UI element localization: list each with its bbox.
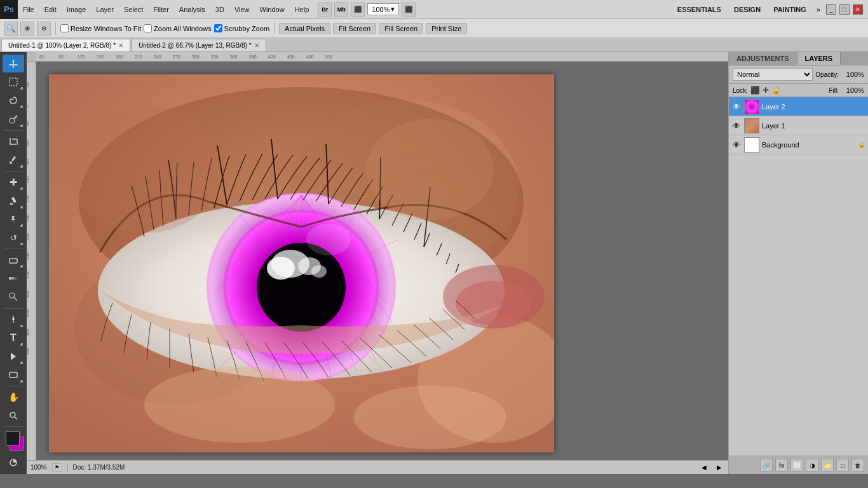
path-select-tool[interactable] bbox=[3, 348, 24, 365]
svg-point-2 bbox=[10, 118, 15, 123]
lasso-tool[interactable] bbox=[3, 92, 24, 109]
delete-layer-btn[interactable]: 🗑 bbox=[851, 459, 864, 471]
brush-tool[interactable] bbox=[3, 192, 24, 210]
doc-tab-2-close[interactable]: ✕ bbox=[254, 42, 259, 49]
doc-tab-2[interactable]: Untitled-2 @ 66.7% (Layer 13, RGB/8) * ✕ bbox=[132, 39, 266, 51]
eyedropper-tool[interactable] bbox=[3, 151, 24, 169]
status-scroll-right[interactable]: ▶ bbox=[714, 463, 724, 473]
zoom-in-icon[interactable]: ⊕ bbox=[20, 22, 34, 36]
svg-text:60: 60 bbox=[39, 55, 44, 59]
zoom-all-checkbox[interactable]: Zoom All Windows bbox=[144, 24, 211, 32]
canvas-scroll[interactable] bbox=[36, 62, 728, 460]
menu-view[interactable]: View bbox=[229, 0, 255, 19]
minimize-btn[interactable]: _ bbox=[826, 4, 836, 15]
eye-image-svg bbox=[49, 74, 554, 452]
gradient-tool[interactable] bbox=[3, 269, 24, 287]
pen-tool[interactable] bbox=[3, 310, 24, 328]
text-tool[interactable]: T bbox=[3, 329, 24, 347]
background-lock-icon: 🔒 bbox=[858, 141, 865, 148]
layer-row-background[interactable]: 👁 Background 🔒 bbox=[729, 135, 868, 154]
tool-sep-6 bbox=[4, 426, 23, 427]
menu-filter[interactable]: Filter bbox=[148, 0, 173, 19]
clone-arrow bbox=[20, 224, 23, 227]
menu-layer[interactable]: Layer bbox=[91, 0, 119, 19]
shape-tool[interactable] bbox=[3, 366, 24, 384]
status-scroll-left[interactable]: ◀ bbox=[699, 463, 709, 473]
svg-text:300: 300 bbox=[27, 290, 30, 298]
zoom-all-input[interactable] bbox=[144, 24, 152, 32]
move-tool[interactable] bbox=[3, 55, 24, 72]
svg-text:270: 270 bbox=[27, 271, 30, 279]
svg-text:120: 120 bbox=[78, 55, 85, 59]
essentials-btn[interactable]: ESSENTIALS bbox=[672, 4, 726, 15]
zoom-indicator[interactable]: 100% ▾ bbox=[367, 3, 399, 15]
lock-all-icon[interactable]: 🔒 bbox=[771, 86, 781, 95]
layer-row-layer2[interactable]: 👁 Layer 2 bbox=[729, 97, 868, 116]
new-layer-btn[interactable]: □ bbox=[836, 459, 849, 471]
new-group-btn[interactable]: 📁 bbox=[821, 459, 834, 471]
history-brush-tool[interactable]: ↺ bbox=[3, 229, 24, 247]
lock-move-icon[interactable]: ✛ bbox=[763, 86, 769, 95]
zoom-tool-icon[interactable]: 🔍 bbox=[4, 22, 18, 36]
healing-tool[interactable]: ✚ bbox=[3, 173, 24, 191]
add-style-btn[interactable]: fx bbox=[775, 459, 788, 471]
actual-pixels-btn[interactable]: Actual Pixels bbox=[279, 23, 330, 34]
zoom-tool[interactable] bbox=[3, 407, 24, 424]
menu-analysis[interactable]: Analysis bbox=[174, 0, 210, 19]
fit-screen-btn[interactable]: Fit Screen bbox=[333, 23, 376, 34]
panel-tabs: ADJUSTMENTS LAYERS bbox=[729, 52, 868, 65]
menu-select[interactable]: Select bbox=[119, 0, 149, 19]
resize-windows-checkbox[interactable]: Resize Windows To Fit bbox=[60, 24, 141, 32]
layer1-thumb-image bbox=[745, 119, 759, 133]
link-layers-btn[interactable]: 🔗 bbox=[760, 459, 773, 471]
foreground-color[interactable] bbox=[6, 431, 20, 445]
eraser-tool[interactable] bbox=[3, 251, 24, 269]
maximize-btn[interactable]: □ bbox=[839, 4, 850, 15]
layer-row-layer1[interactable]: 👁 Layer 1 bbox=[729, 116, 868, 135]
print-size-btn[interactable]: Print Size bbox=[426, 23, 467, 34]
menu-help[interactable]: Help bbox=[290, 0, 315, 19]
new-adjustment-btn[interactable]: ◑ bbox=[806, 459, 818, 471]
clone-stamp-tool[interactable]: 🖈 bbox=[3, 210, 24, 228]
doc-tab-1[interactable]: Untitled-1 @ 100% (Layer 2, RGB/8) * ✕ bbox=[1, 39, 130, 51]
menu-3d[interactable]: 3D bbox=[210, 0, 229, 19]
add-mask-btn[interactable]: ⬜ bbox=[790, 459, 803, 471]
adjustments-tab[interactable]: ADJUSTMENTS bbox=[729, 52, 797, 65]
lock-pixels-icon[interactable]: ⬛ bbox=[750, 86, 760, 95]
fill-screen-btn[interactable]: Fill Screen bbox=[379, 23, 423, 34]
extras-icon[interactable]: ⬛ bbox=[402, 3, 416, 17]
mini-bridge-icon[interactable]: Mb bbox=[334, 3, 348, 17]
quick-select-tool[interactable] bbox=[3, 110, 24, 128]
hand-tool[interactable]: ✋ bbox=[3, 388, 24, 406]
layer2-visibility-icon[interactable]: 👁 bbox=[731, 102, 742, 112]
more-workspaces-icon[interactable]: » bbox=[814, 6, 823, 13]
quick-mask-tool[interactable] bbox=[3, 454, 24, 471]
menu-bar: Ps File Edit Image Layer Select Filter A… bbox=[0, 0, 868, 19]
zoom-out-icon[interactable]: ⊖ bbox=[37, 22, 51, 36]
painting-btn[interactable]: PAINTING bbox=[768, 4, 811, 15]
crop-tool[interactable] bbox=[3, 132, 24, 150]
menu-image[interactable]: Image bbox=[62, 0, 92, 19]
bridge-icon[interactable]: Br bbox=[318, 3, 332, 17]
marquee-tool[interactable] bbox=[3, 73, 24, 91]
menu-file[interactable]: File bbox=[18, 0, 39, 19]
svg-text:90: 90 bbox=[58, 55, 64, 59]
layers-tab[interactable]: LAYERS bbox=[797, 52, 841, 65]
background-visibility-icon[interactable]: 👁 bbox=[731, 140, 742, 150]
status-warning-icon[interactable]: ⚑ bbox=[52, 463, 62, 472]
layer1-visibility-icon[interactable]: 👁 bbox=[731, 121, 742, 131]
menu-edit[interactable]: Edit bbox=[39, 0, 62, 19]
design-btn[interactable]: DESIGN bbox=[729, 4, 766, 15]
scrubby-zoom-input[interactable] bbox=[214, 24, 222, 32]
close-btn[interactable]: ✕ bbox=[853, 4, 863, 15]
zoom-dropdown-icon[interactable]: ▾ bbox=[391, 5, 395, 13]
resize-windows-input[interactable] bbox=[60, 24, 69, 32]
dodge-tool[interactable] bbox=[3, 288, 24, 306]
screen-mode-icon[interactable]: ⬛ bbox=[351, 3, 365, 17]
fill-value: 100% bbox=[841, 86, 864, 94]
menu-window[interactable]: Window bbox=[255, 0, 290, 19]
blend-mode-select[interactable]: Normal bbox=[733, 68, 813, 81]
doc-tab-1-close[interactable]: ✕ bbox=[118, 42, 123, 49]
ruler-corner bbox=[27, 52, 36, 62]
scrubby-zoom-checkbox[interactable]: Scrubby Zoom bbox=[214, 24, 270, 32]
